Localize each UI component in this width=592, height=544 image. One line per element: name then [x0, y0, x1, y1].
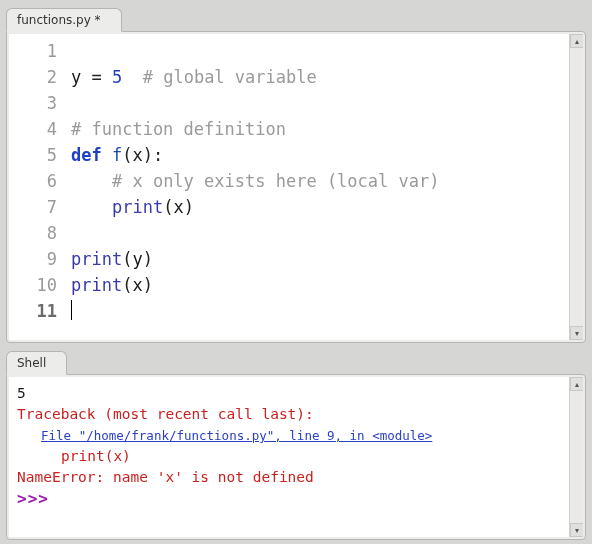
line-number: 4	[9, 116, 57, 142]
editor-pane: functions.py * 1234567891011 y = 5 # glo…	[0, 0, 592, 349]
line-number: 2	[9, 64, 57, 90]
shell-prompt[interactable]: >>>	[17, 488, 575, 509]
line-number: 8	[9, 220, 57, 246]
editor-tab[interactable]: functions.py *	[6, 8, 122, 32]
code-line[interactable]	[71, 38, 583, 64]
line-number: 3	[9, 90, 57, 116]
editor-tab-label: functions.py *	[17, 13, 101, 27]
editor-frame: 1234567891011 y = 5 # global variable# f…	[6, 31, 586, 343]
scroll-track[interactable]	[570, 391, 583, 523]
code-body[interactable]: y = 5 # global variable# function defini…	[71, 38, 583, 324]
code-line[interactable]	[71, 90, 583, 116]
scroll-down-icon[interactable]: ▾	[570, 523, 583, 537]
code-editor[interactable]: 1234567891011 y = 5 # global variable# f…	[9, 34, 583, 340]
code-line[interactable]: print(x)	[71, 272, 583, 298]
line-number: 10	[9, 272, 57, 298]
scroll-track[interactable]	[570, 48, 583, 326]
code-line[interactable]	[71, 298, 583, 324]
code-line[interactable]: # x only exists here (local var)	[71, 168, 583, 194]
shell-tab-label: Shell	[17, 356, 46, 370]
shell-vertical-scrollbar[interactable]: ▴ ▾	[569, 377, 583, 537]
line-number: 1	[9, 38, 57, 64]
code-line[interactable]: # function definition	[71, 116, 583, 142]
shell-tab-strip: Shell	[6, 349, 586, 375]
code-line[interactable]	[71, 220, 583, 246]
line-number: 11	[9, 298, 57, 324]
scroll-up-icon[interactable]: ▴	[570, 377, 583, 391]
scroll-down-icon[interactable]: ▾	[570, 326, 583, 340]
line-number: 7	[9, 194, 57, 220]
code-line[interactable]: print(y)	[71, 246, 583, 272]
code-line[interactable]: def f(x):	[71, 142, 583, 168]
line-number: 5	[9, 142, 57, 168]
code-line[interactable]: y = 5 # global variable	[71, 64, 583, 90]
line-number: 9	[9, 246, 57, 272]
shell-output-line: 5	[17, 383, 575, 404]
shell-output-body: 5Traceback (most recent call last):File …	[9, 377, 583, 515]
shell-output-line: Traceback (most recent call last):	[17, 404, 575, 425]
shell-frame: 5Traceback (most recent call last):File …	[6, 374, 586, 540]
shell-output-line: print(x)	[17, 446, 575, 467]
shell-output-line: NameError: name 'x' is not defined	[17, 467, 575, 488]
text-cursor	[71, 300, 72, 320]
editor-tab-strip: functions.py *	[6, 6, 586, 32]
editor-vertical-scrollbar[interactable]: ▴ ▾	[569, 34, 583, 340]
scroll-up-icon[interactable]: ▴	[570, 34, 583, 48]
line-number-gutter: 1234567891011	[9, 38, 71, 324]
shell-pane: Shell 5Traceback (most recent call last)…	[0, 349, 592, 544]
shell-output-line: File "/home/frank/functions.py", line 9,…	[17, 425, 575, 446]
line-number: 6	[9, 168, 57, 194]
code-line[interactable]: print(x)	[71, 194, 583, 220]
shell-tab[interactable]: Shell	[6, 351, 67, 375]
shell-terminal[interactable]: 5Traceback (most recent call last):File …	[9, 377, 583, 537]
